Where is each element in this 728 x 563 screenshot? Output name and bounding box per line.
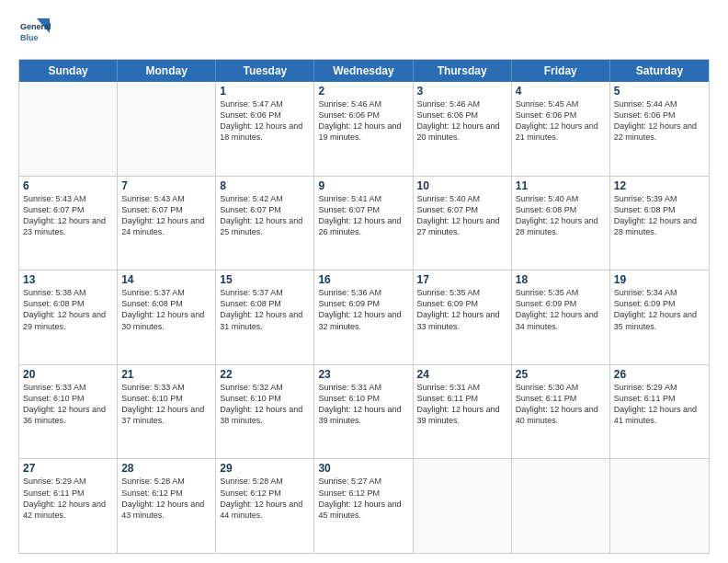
header-day-sunday: Sunday xyxy=(19,60,118,82)
calendar-cell: 25Sunrise: 5:30 AM Sunset: 6:11 PM Dayli… xyxy=(512,365,610,459)
day-number: 5 xyxy=(614,85,705,98)
calendar-cell: 3Sunrise: 5:46 AM Sunset: 6:06 PM Daylig… xyxy=(414,82,512,176)
cell-info: Sunrise: 5:38 AM Sunset: 6:08 PM Dayligh… xyxy=(23,287,113,332)
calendar-cell: 2Sunrise: 5:46 AM Sunset: 6:06 PM Daylig… xyxy=(314,82,413,176)
day-number: 25 xyxy=(516,368,606,381)
calendar-header-row: SundayMondayTuesdayWednesdayThursdayFrid… xyxy=(19,60,709,82)
header-day-saturday: Saturday xyxy=(610,60,709,82)
cell-info: Sunrise: 5:31 AM Sunset: 6:11 PM Dayligh… xyxy=(417,382,507,427)
cell-info: Sunrise: 5:46 AM Sunset: 6:06 PM Dayligh… xyxy=(318,98,408,144)
day-number: 12 xyxy=(614,179,705,192)
cell-info: Sunrise: 5:28 AM Sunset: 6:12 PM Dayligh… xyxy=(220,476,310,521)
calendar-cell: 22Sunrise: 5:32 AM Sunset: 6:10 PM Dayli… xyxy=(216,365,314,459)
calendar-cell: 8Sunrise: 5:42 AM Sunset: 6:07 PM Daylig… xyxy=(216,177,314,270)
day-number: 30 xyxy=(318,462,408,475)
calendar-cell: 12Sunrise: 5:39 AM Sunset: 6:08 PM Dayli… xyxy=(610,177,709,270)
calendar-cell: 16Sunrise: 5:36 AM Sunset: 6:09 PM Dayli… xyxy=(314,270,413,364)
calendar-cell: 4Sunrise: 5:45 AM Sunset: 6:06 PM Daylig… xyxy=(512,82,610,176)
calendar-cell: 11Sunrise: 5:40 AM Sunset: 6:08 PM Dayli… xyxy=(512,177,610,270)
calendar: SundayMondayTuesdayWednesdayThursdayFrid… xyxy=(18,59,710,554)
cell-info: Sunrise: 5:30 AM Sunset: 6:11 PM Dayligh… xyxy=(516,382,606,427)
calendar-cell: 24Sunrise: 5:31 AM Sunset: 6:11 PM Dayli… xyxy=(414,365,512,459)
calendar-week-0: 1Sunrise: 5:47 AM Sunset: 6:06 PM Daylig… xyxy=(19,82,709,176)
cell-info: Sunrise: 5:29 AM Sunset: 6:11 PM Dayligh… xyxy=(23,476,113,521)
calendar-week-3: 20Sunrise: 5:33 AM Sunset: 6:10 PM Dayli… xyxy=(19,364,709,459)
day-number: 22 xyxy=(220,368,310,381)
calendar-cell: 30Sunrise: 5:27 AM Sunset: 6:12 PM Dayli… xyxy=(314,459,413,553)
day-number: 6 xyxy=(23,179,113,192)
calendar-cell: 21Sunrise: 5:33 AM Sunset: 6:10 PM Dayli… xyxy=(118,365,216,459)
calendar-week-2: 13Sunrise: 5:38 AM Sunset: 6:08 PM Dayli… xyxy=(19,270,709,364)
day-number: 2 xyxy=(318,85,408,98)
cell-info: Sunrise: 5:36 AM Sunset: 6:09 PM Dayligh… xyxy=(318,287,408,332)
logo: General Blue xyxy=(18,17,51,50)
day-number: 27 xyxy=(23,462,113,475)
cell-info: Sunrise: 5:47 AM Sunset: 6:06 PM Dayligh… xyxy=(220,98,310,144)
calendar-week-4: 27Sunrise: 5:29 AM Sunset: 6:11 PM Dayli… xyxy=(19,458,709,553)
day-number: 19 xyxy=(614,273,705,286)
calendar-cell: 13Sunrise: 5:38 AM Sunset: 6:08 PM Dayli… xyxy=(19,270,118,364)
calendar-week-1: 6Sunrise: 5:43 AM Sunset: 6:07 PM Daylig… xyxy=(19,176,709,270)
calendar-cell: 6Sunrise: 5:43 AM Sunset: 6:07 PM Daylig… xyxy=(19,177,118,270)
day-number: 17 xyxy=(417,273,507,286)
day-number: 13 xyxy=(23,273,113,286)
cell-info: Sunrise: 5:37 AM Sunset: 6:08 PM Dayligh… xyxy=(220,287,310,332)
day-number: 20 xyxy=(23,368,113,381)
svg-text:Blue: Blue xyxy=(20,33,39,42)
day-number: 15 xyxy=(220,273,310,286)
calendar-cell xyxy=(19,82,118,176)
calendar-cell: 23Sunrise: 5:31 AM Sunset: 6:10 PM Dayli… xyxy=(314,365,413,459)
header-day-monday: Monday xyxy=(118,60,216,82)
cell-info: Sunrise: 5:31 AM Sunset: 6:10 PM Dayligh… xyxy=(318,382,408,427)
calendar-cell: 14Sunrise: 5:37 AM Sunset: 6:08 PM Dayli… xyxy=(118,270,216,364)
cell-info: Sunrise: 5:34 AM Sunset: 6:09 PM Dayligh… xyxy=(614,287,705,332)
day-number: 4 xyxy=(516,85,606,98)
day-number: 14 xyxy=(121,273,211,286)
svg-text:General: General xyxy=(20,22,51,31)
cell-info: Sunrise: 5:46 AM Sunset: 6:06 PM Dayligh… xyxy=(417,98,507,144)
day-number: 10 xyxy=(417,179,507,192)
cell-info: Sunrise: 5:45 AM Sunset: 6:06 PM Dayligh… xyxy=(516,98,606,144)
day-number: 28 xyxy=(121,462,211,475)
header-day-thursday: Thursday xyxy=(414,60,512,82)
calendar-cell: 7Sunrise: 5:43 AM Sunset: 6:07 PM Daylig… xyxy=(118,177,216,270)
calendar-cell: 29Sunrise: 5:28 AM Sunset: 6:12 PM Dayli… xyxy=(216,459,314,553)
header-day-tuesday: Tuesday xyxy=(216,60,314,82)
calendar-cell xyxy=(118,82,216,176)
page: General Blue SundayMondayTuesdayWednesda… xyxy=(0,0,728,563)
cell-info: Sunrise: 5:41 AM Sunset: 6:07 PM Dayligh… xyxy=(318,193,408,238)
day-number: 29 xyxy=(220,462,310,475)
cell-info: Sunrise: 5:33 AM Sunset: 6:10 PM Dayligh… xyxy=(121,382,211,427)
day-number: 21 xyxy=(121,368,211,381)
calendar-cell: 28Sunrise: 5:28 AM Sunset: 6:12 PM Dayli… xyxy=(118,459,216,553)
calendar-cell: 10Sunrise: 5:40 AM Sunset: 6:07 PM Dayli… xyxy=(414,177,512,270)
logo-svg: General Blue xyxy=(18,17,51,50)
calendar-cell: 19Sunrise: 5:34 AM Sunset: 6:09 PM Dayli… xyxy=(610,270,709,364)
header-day-friday: Friday xyxy=(512,60,610,82)
day-number: 24 xyxy=(417,368,507,381)
day-number: 3 xyxy=(417,85,507,98)
day-number: 16 xyxy=(318,273,408,286)
day-number: 18 xyxy=(516,273,606,286)
day-number: 7 xyxy=(121,179,211,192)
calendar-cell: 18Sunrise: 5:35 AM Sunset: 6:09 PM Dayli… xyxy=(512,270,610,364)
calendar-cell xyxy=(610,459,709,553)
calendar-cell: 15Sunrise: 5:37 AM Sunset: 6:08 PM Dayli… xyxy=(216,270,314,364)
cell-info: Sunrise: 5:43 AM Sunset: 6:07 PM Dayligh… xyxy=(121,193,211,238)
cell-info: Sunrise: 5:35 AM Sunset: 6:09 PM Dayligh… xyxy=(417,287,507,332)
header-day-wednesday: Wednesday xyxy=(314,60,413,82)
calendar-cell: 27Sunrise: 5:29 AM Sunset: 6:11 PM Dayli… xyxy=(19,459,118,553)
cell-info: Sunrise: 5:44 AM Sunset: 6:06 PM Dayligh… xyxy=(614,98,705,144)
cell-info: Sunrise: 5:37 AM Sunset: 6:08 PM Dayligh… xyxy=(121,287,211,332)
day-number: 1 xyxy=(220,85,310,98)
calendar-cell: 26Sunrise: 5:29 AM Sunset: 6:11 PM Dayli… xyxy=(610,365,709,459)
day-number: 11 xyxy=(516,179,606,192)
calendar-cell xyxy=(512,459,610,553)
cell-info: Sunrise: 5:40 AM Sunset: 6:08 PM Dayligh… xyxy=(516,193,606,238)
cell-info: Sunrise: 5:35 AM Sunset: 6:09 PM Dayligh… xyxy=(516,287,606,332)
cell-info: Sunrise: 5:29 AM Sunset: 6:11 PM Dayligh… xyxy=(614,382,705,427)
cell-info: Sunrise: 5:39 AM Sunset: 6:08 PM Dayligh… xyxy=(614,193,705,238)
calendar-body: 1Sunrise: 5:47 AM Sunset: 6:06 PM Daylig… xyxy=(19,82,709,553)
calendar-cell xyxy=(414,459,512,553)
cell-info: Sunrise: 5:28 AM Sunset: 6:12 PM Dayligh… xyxy=(121,476,211,521)
